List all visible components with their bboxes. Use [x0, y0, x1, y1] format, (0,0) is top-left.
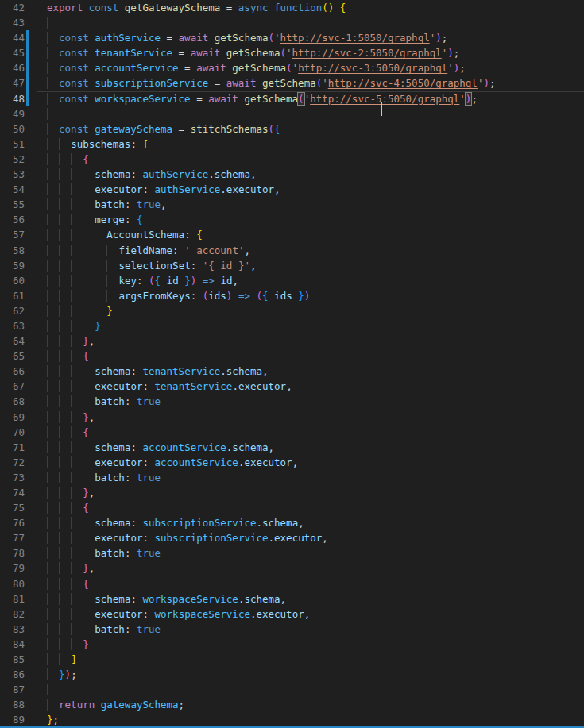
code-token: executor [238, 380, 286, 392]
code-line[interactable]: 68 batch: true [0, 394, 584, 409]
code-line[interactable]: 84 } [0, 637, 584, 652]
line-number: 67 [0, 379, 25, 394]
indent-guide [59, 153, 71, 165]
code-line[interactable]: 66 schema: tenantService.schema, [0, 364, 584, 379]
code-line[interactable]: 71 schema: accountService.schema, [0, 440, 584, 455]
indent-guide [83, 623, 95, 635]
line-number: 66 [0, 364, 25, 379]
code-line[interactable]: 45 const tenantService = await getSchema… [0, 45, 584, 60]
line-number: 54 [0, 182, 25, 197]
code-line[interactable]: 52 { [0, 152, 584, 167]
line-number: 45 [0, 45, 25, 60]
code-token: , [89, 562, 95, 574]
code-line[interactable]: 69 }, [0, 410, 584, 425]
code-line[interactable]: 70 { [0, 425, 584, 440]
line-number: 53 [0, 167, 25, 182]
code-token: : [191, 290, 203, 302]
code-editor[interactable]: 42export const getGatewaySchema = async … [0, 0, 584, 728]
code-text: key: ({ id }) => id, [0, 273, 584, 288]
code-token: : [130, 168, 142, 180]
indent-guide [106, 290, 118, 302]
code-line[interactable]: 49 [0, 106, 584, 121]
code-line[interactable]: 42export const getGatewaySchema = async … [0, 0, 584, 15]
code-line[interactable]: 51 subschemas: [ [0, 137, 584, 152]
indent-guide [59, 395, 71, 407]
code-token: batch [95, 198, 125, 210]
code-line[interactable]: 83 batch: true [0, 622, 584, 637]
code-line[interactable]: 65 { [0, 349, 584, 364]
code-line[interactable]: 64 }, [0, 333, 584, 349]
code-token: . [256, 517, 262, 529]
code-token: ; [71, 668, 77, 680]
indent-guide [47, 77, 59, 89]
line-number: 84 [0, 637, 25, 652]
code-text: { [0, 500, 584, 515]
indent-guide [59, 305, 71, 317]
url-link[interactable]: http://svc-3:5050/graphql [298, 62, 447, 74]
code-line[interactable]: 63 } [0, 318, 584, 333]
code-line[interactable]: 77 executor: subscriptionService.executo… [0, 530, 584, 545]
code-text: }, [0, 333, 584, 349]
code-token: batch [95, 623, 125, 635]
code-token: ( [286, 62, 292, 74]
code-line[interactable]: 50 const gatewaySchema = stitchSchemas({ [0, 121, 584, 137]
code-line[interactable]: 60 key: ({ id }) => id, [0, 273, 584, 288]
url-link[interactable]: :5050/graphql [381, 93, 459, 105]
code-token: accountService [155, 456, 238, 468]
code-line[interactable]: 53 schema: authService.schema, [0, 167, 584, 182]
code-token: ' [322, 77, 328, 89]
code-line[interactable]: 78 batch: true [0, 545, 584, 560]
code-line[interactable]: 62 } [0, 303, 584, 318]
indent-guide [59, 547, 71, 559]
code-token: , [274, 183, 280, 195]
code-line[interactable]: 86 }); [0, 667, 584, 682]
code-token: executor [95, 183, 142, 195]
indent-guide [83, 547, 95, 559]
code-line[interactable]: 59 selectionSet: '{ id }', [0, 258, 584, 273]
code-line[interactable]: 46 const accountService = await getSchem… [0, 60, 584, 75]
code-token: true [137, 198, 161, 210]
code-line[interactable]: 75 { [0, 500, 584, 515]
code-line[interactable]: 67 executor: tenantService.executor, [0, 379, 584, 394]
code-line[interactable]: 56 merge: { [0, 212, 584, 227]
url-link[interactable]: http://svc-1:5050/graphql [280, 32, 430, 44]
code-line[interactable]: 44 const authService = await getSchema('… [0, 30, 584, 45]
code-line[interactable]: 57 AccountSchema: { [0, 227, 584, 242]
code-token: ) [435, 32, 442, 44]
code-line[interactable]: 72 executor: accountService.executor, [0, 455, 584, 470]
line-number: 86 [0, 667, 25, 682]
code-token: ; [454, 47, 460, 59]
code-line[interactable]: 55 batch: true, [0, 197, 584, 212]
code-line[interactable]: 73 batch: true [0, 470, 584, 485]
code-line[interactable]: 82 executor: workspaceService.executor, [0, 607, 584, 622]
code-line[interactable]: 88 return gatewaySchema; [0, 697, 584, 712]
code-line[interactable]: 54 executor: authService.executor, [0, 182, 584, 197]
code-token: , [269, 441, 275, 453]
indent-guide [47, 426, 59, 438]
line-number: 88 [0, 697, 25, 712]
indent-guide [71, 456, 83, 468]
code-line[interactable]: 76 schema: subscriptionService.schema, [0, 515, 584, 530]
code-line[interactable]: 87 [0, 682, 584, 697]
code-line[interactable]: 74 }, [0, 485, 584, 500]
code-token: : [142, 183, 154, 195]
indent-guide [59, 380, 71, 392]
code-line[interactable]: 79 }, [0, 560, 584, 576]
url-link[interactable]: http://svc-2:5050/graphql [292, 47, 442, 59]
url-link[interactable]: http://svc-5 [310, 93, 381, 105]
code-line[interactable]: 61 argsFromKeys: (ids) => ({ ids }) [0, 288, 584, 303]
code-line[interactable]: 48 const workspaceService = await getSch… [0, 91, 584, 106]
code-token: accountService [142, 441, 226, 453]
url-link[interactable]: http://svc-4:5050/graphql [328, 77, 478, 89]
code-line[interactable]: 81 schema: workspaceService.schema, [0, 591, 584, 607]
code-token: gatewaySchema [101, 699, 179, 711]
code-line[interactable]: 47 const subscriptionService = await get… [0, 75, 584, 91]
code-line[interactable]: 43 [0, 15, 584, 30]
indent-guide [71, 245, 83, 256]
code-line[interactable]: 85 ] [0, 652, 584, 667]
code-line[interactable]: 89}; [0, 712, 584, 727]
indent-guide [71, 290, 83, 302]
code-line[interactable]: 58 fieldName: '_account', [0, 243, 584, 258]
code-line[interactable]: 80 { [0, 576, 584, 591]
code-token: : [125, 198, 137, 210]
